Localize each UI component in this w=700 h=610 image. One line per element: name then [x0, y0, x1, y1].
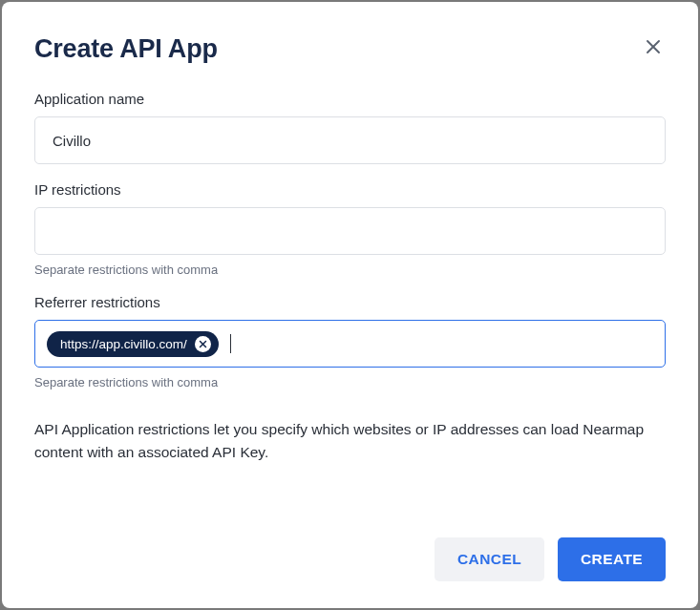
close-icon — [199, 337, 207, 351]
create-api-app-modal: Create API App Application name IP restr… — [2, 2, 698, 608]
referrer-text-input[interactable] — [239, 330, 653, 357]
modal-header: Create API App — [34, 34, 666, 64]
referrer-restrictions-label: Referrer restrictions — [34, 294, 666, 310]
referrer-restrictions-hint: Separate restrictions with comma — [34, 375, 666, 389]
modal-title: Create API App — [34, 34, 218, 64]
chip-remove-button[interactable] — [195, 336, 211, 352]
application-name-input[interactable] — [34, 116, 666, 164]
ip-restrictions-label: IP restrictions — [34, 181, 666, 198]
application-name-field: Application name — [34, 91, 666, 164]
ip-restrictions-input[interactable] — [34, 207, 666, 255]
ip-restrictions-field: IP restrictions Separate restrictions wi… — [34, 181, 666, 277]
chip-label: https://app.civillo.com/ — [60, 337, 187, 351]
create-button[interactable]: CREATE — [558, 537, 666, 581]
close-icon — [645, 38, 662, 58]
close-button[interactable] — [641, 34, 666, 62]
referrer-chip: https://app.civillo.com/ — [47, 331, 219, 357]
ip-restrictions-hint: Separate restrictions with comma — [34, 263, 666, 277]
text-cursor — [230, 334, 231, 353]
cancel-button[interactable]: CANCEL — [435, 537, 544, 581]
referrer-restrictions-field: Referrer restrictions https://app.civill… — [34, 294, 666, 389]
application-name-label: Application name — [34, 91, 666, 107]
modal-footer: CANCEL CREATE — [34, 537, 666, 581]
referrer-restrictions-input[interactable]: https://app.civillo.com/ — [34, 320, 666, 368]
restrictions-description: API Application restrictions let you spe… — [34, 418, 666, 464]
